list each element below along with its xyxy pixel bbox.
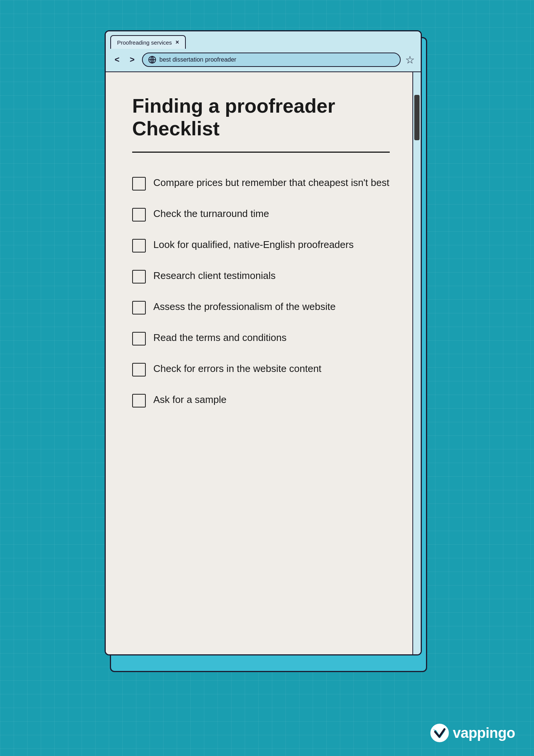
checklist: Compare prices but remember that cheapes…	[132, 168, 390, 416]
checklist-text-4: Research client testimonials	[153, 269, 276, 282]
checklist-item: Ask for a sample	[132, 385, 390, 416]
back-button[interactable]: <	[112, 55, 122, 65]
address-bar[interactable]: best dissertation proofreader	[142, 53, 401, 67]
browser-tab[interactable]: Proofreading services ×	[110, 35, 186, 49]
logo-text: vappingo	[453, 725, 515, 741]
tab-close-button[interactable]: ×	[176, 39, 179, 46]
checkbox-3[interactable]	[132, 239, 146, 253]
checklist-text-7: Check for errors in the website content	[153, 362, 321, 375]
scrollbar-thumb[interactable]	[414, 95, 420, 140]
address-text: best dissertation proofreader	[159, 56, 395, 63]
checklist-item: Assess the professionalism of the websit…	[132, 292, 390, 323]
checklist-text-6: Read the terms and conditions	[153, 331, 287, 344]
checkbox-8[interactable]	[132, 394, 146, 407]
checklist-item: Research client testimonials	[132, 261, 390, 292]
checkbox-4[interactable]	[132, 270, 146, 284]
page-content: Finding a proofreader Checklist Compare …	[106, 72, 412, 654]
browser-window: Proofreading services × < > best disse	[105, 30, 422, 655]
checklist-item: Check for errors in the website content	[132, 354, 390, 385]
page-title: Finding a proofreader Checklist	[132, 95, 390, 140]
browser-chrome: Proofreading services × < > best disse	[106, 31, 421, 72]
checklist-item: Compare prices but remember that cheapes…	[132, 168, 390, 199]
vappingo-logo: vappingo	[430, 723, 515, 742]
scrollbar-track[interactable]	[412, 72, 421, 654]
browser-container: Proofreading services × < > best disse	[105, 30, 429, 655]
forward-button[interactable]: >	[127, 55, 137, 65]
checkbox-2[interactable]	[132, 208, 146, 222]
checklist-text-5: Assess the professionalism of the websit…	[153, 300, 336, 313]
checklist-text-8: Ask for a sample	[153, 393, 227, 406]
bookmark-icon[interactable]: ☆	[405, 54, 415, 66]
checklist-item: Check the turnaround time	[132, 199, 390, 230]
checklist-item: Look for qualified, native-English proof…	[132, 230, 390, 261]
globe-icon	[148, 56, 156, 64]
vappingo-logo-icon	[430, 723, 449, 742]
checkbox-1[interactable]	[132, 177, 146, 191]
browser-content: Finding a proofreader Checklist Compare …	[106, 72, 421, 654]
checklist-text-2: Check the turnaround time	[153, 207, 269, 220]
checklist-text-1: Compare prices but remember that cheapes…	[153, 176, 389, 189]
checklist-text-3: Look for qualified, native-English proof…	[153, 238, 353, 251]
svg-point-4	[431, 724, 449, 742]
checkbox-6[interactable]	[132, 332, 146, 345]
address-bar-row: < > best dissertation proofreader ☆	[106, 49, 421, 72]
checklist-item: Read the terms and conditions	[132, 323, 390, 354]
tab-label: Proofreading services	[117, 39, 172, 46]
tab-bar: Proofreading services ×	[106, 31, 421, 49]
divider	[132, 152, 390, 153]
checkbox-7[interactable]	[132, 363, 146, 376]
checkbox-5[interactable]	[132, 301, 146, 314]
